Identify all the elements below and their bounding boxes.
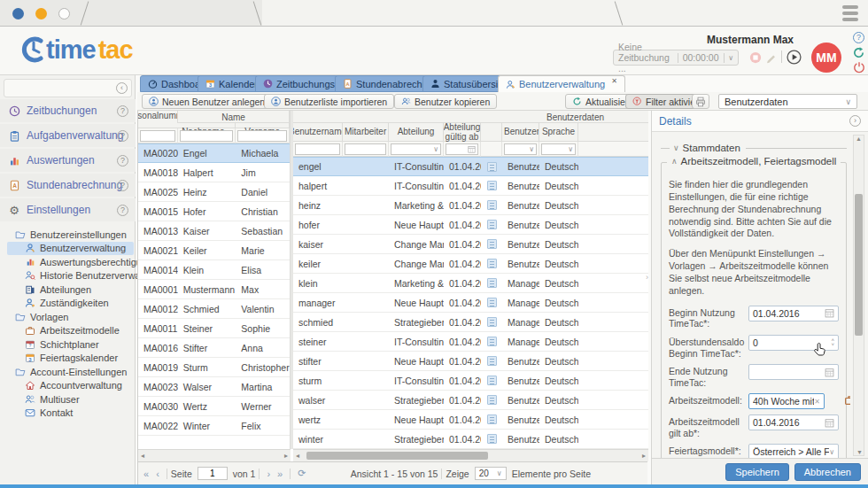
save-button[interactable]: Speichern xyxy=(725,463,789,481)
tree-item-zustaendigkeiten[interactable]: Zuständigkeiten xyxy=(0,297,136,311)
scrollbar-thumb[interactable] xyxy=(306,452,488,460)
calendar-detail-icon[interactable] xyxy=(487,337,497,346)
scrollbar-thumb[interactable] xyxy=(855,194,863,336)
table-row[interactable]: sturmIT-Consulting01.04.2016BenutzerDeut… xyxy=(293,371,648,391)
hscrollbar-right[interactable]: ◂▸ xyxy=(293,449,648,461)
tree-item-auswertungsberechtigungen[interactable]: Auswertungsberechtigungen xyxy=(0,255,136,269)
calendar-detail-icon[interactable] xyxy=(487,220,497,229)
scroll-left-icon[interactable]: ◂ xyxy=(141,452,144,460)
sidebar-item-stundenabrechnung[interactable]: A Stundenabrechnung ? xyxy=(0,174,136,197)
scroll-left-icon[interactable]: ◂ xyxy=(296,452,299,460)
calendar-detail-icon[interactable] xyxy=(487,414,497,424)
table-row[interactable]: MA0013KaiserSebastian xyxy=(138,221,290,241)
help-icon[interactable]: ? xyxy=(117,205,128,216)
cancel-button[interactable]: Abbrechen xyxy=(794,463,861,481)
col-header-abteilung-gueltig-ab[interactable]: Abteilung gültig ab xyxy=(444,123,481,142)
clear-icon[interactable]: ✕ xyxy=(814,398,820,406)
arbeitszeitmodell-gilt-ab-input[interactable]: 01.04.2016 xyxy=(748,414,839,430)
table-row[interactable]: kaiserChange Management01.04.2016Benutze… xyxy=(293,235,648,254)
table-row[interactable]: MA0012SchmiedValentin xyxy=(138,299,290,319)
section-arbeitszeitmodell[interactable]: ∧ Arbeitszeitmodell, Feiertagsmodell xyxy=(667,156,841,167)
calendar-detail-icon[interactable] xyxy=(487,278,497,288)
table-row[interactable]: wertzNeue Hauptabteilung01.04.2016Benutz… xyxy=(293,410,648,430)
col-header-abteilung[interactable]: Abteilung xyxy=(389,123,444,142)
table-row[interactable]: MA0019SturmChristopher xyxy=(138,358,290,377)
page-size-select[interactable]: 20∨ xyxy=(475,467,507,480)
collapse-arrow-icon[interactable]: ‹ xyxy=(116,82,128,94)
tab-benutzerverwaltung[interactable]: Benutzerverwaltung ✕ xyxy=(498,75,625,93)
table-row[interactable]: MA0020EngelMichaela xyxy=(138,143,290,163)
filter-sprache-select[interactable]: ∨ xyxy=(541,143,576,155)
table-row[interactable]: keilerChange Management01.04.2016Benutze… xyxy=(293,254,648,274)
view-dropdown[interactable]: Benutzerdaten ∨ xyxy=(718,94,857,109)
calendar-detail-icon[interactable] xyxy=(487,259,497,268)
scroll-down-icon[interactable]: ▼ xyxy=(856,449,863,455)
calendar-detail-icon[interactable] xyxy=(487,395,497,405)
table-row[interactable]: MA0021KeilerMarie xyxy=(138,241,290,260)
tree-item-kontakt[interactable]: Kontakt xyxy=(0,407,136,421)
close-icon[interactable]: ✕ xyxy=(611,77,617,85)
filter-benutzername-input[interactable] xyxy=(295,143,340,155)
calendar-detail-icon[interactable] xyxy=(487,181,497,190)
help-icon[interactable]: ? xyxy=(117,105,128,117)
table-row[interactable]: MA0023WalserMartina xyxy=(138,377,290,397)
tree-item-benutzerverwaltung[interactable]: Benutzerverwaltung xyxy=(7,242,134,256)
help-icon[interactable]: ? xyxy=(117,180,128,191)
tree-item-benutzereinstellungen[interactable]: Benutzereinstellungen xyxy=(0,228,136,242)
table-row[interactable]: MA0016StifterAnna xyxy=(138,338,290,358)
tree-item-historie-benutzerverwaltung[interactable]: Historie Benutzerverwaltung xyxy=(0,269,136,283)
table-row[interactable]: winterStrategieberatung01.04.2016Benutze… xyxy=(293,430,648,449)
calendar-detail-icon[interactable] xyxy=(487,434,497,444)
scroll-right-icon[interactable]: ▸ xyxy=(642,452,646,460)
window-button-blue[interactable] xyxy=(12,8,24,19)
table-row[interactable]: MA0014KleinElisa xyxy=(138,260,290,280)
table-row[interactable]: MA0022WinterFelix xyxy=(138,416,290,436)
sidebar-splitter-handle[interactable]: ‹ xyxy=(133,273,136,282)
scroll-up-icon[interactable]: ▲ xyxy=(856,136,862,142)
col-header-sprache[interactable]: Sprache xyxy=(539,123,578,142)
sidebar-item-zeitbuchungen[interactable]: Zeitbuchungen ? xyxy=(0,99,136,122)
table-row[interactable]: schmiedStrategieberatung01.04.2016Manage… xyxy=(293,313,648,332)
hscrollbar-left[interactable]: ◂▸ xyxy=(138,449,291,461)
refresh-icon[interactable] xyxy=(852,46,865,59)
table-row[interactable]: MA0015HoferChristian xyxy=(138,202,290,221)
new-user-button[interactable]: Neuen Benutzer anlegen xyxy=(142,94,272,109)
table-row[interactable]: engelIT-Consulting01.04.2016BenutzerDeut… xyxy=(293,157,648,176)
calendar-detail-icon[interactable] xyxy=(487,298,497,307)
table-row[interactable]: MA0030WertzWerner xyxy=(138,397,290,416)
sidebar-item-einstellungen[interactable]: ⚙ Einstellungen ? xyxy=(0,198,136,221)
tree-item-accountverwaltung[interactable]: Accountverwaltung xyxy=(0,379,136,393)
scroll-right-icon[interactable]: ▸ xyxy=(284,452,288,460)
menu-icon[interactable] xyxy=(842,5,858,24)
calendar-icon[interactable] xyxy=(825,368,834,377)
calendar-detail-icon[interactable] xyxy=(487,376,497,385)
help-icon[interactable]: ? xyxy=(853,32,864,43)
sidebar-collapse-bar[interactable]: ‹ xyxy=(4,79,132,97)
feiertagsmodell-select[interactable]: Österreich > Alle Feie ∨ xyxy=(748,444,839,458)
reload-icon[interactable]: ⟳ xyxy=(298,468,306,479)
chevron-down-icon[interactable]: ∨ xyxy=(728,54,733,62)
table-row[interactable]: MA0001MustermannMax xyxy=(138,280,290,299)
help-icon[interactable]: ? xyxy=(117,155,128,167)
tree-item-schichtplaner[interactable]: ? Schichtplaner xyxy=(0,337,136,352)
sidebar-item-auswertungen[interactable]: Auswertungen ? xyxy=(0,149,136,172)
calendar-detail-icon[interactable] xyxy=(487,356,497,366)
table-row[interactable]: halpertIT-Consulting01.04.2016BenutzerDe… xyxy=(293,176,648,196)
prev-page-icon[interactable]: ‹ xyxy=(156,469,159,479)
filter-vorname-input[interactable] xyxy=(237,130,287,142)
filter-personalnummer-input[interactable] xyxy=(140,130,175,142)
edit-booking-icon[interactable] xyxy=(765,51,778,64)
table-row[interactable]: MA0018HalpertJim xyxy=(138,163,290,182)
table-row[interactable]: managerNeue Hauptabteilung01.04.2016Mana… xyxy=(293,293,648,313)
number-spinner[interactable]: ˄˅ xyxy=(831,338,834,347)
tree-item-abteilungen[interactable]: Abteilungen xyxy=(0,283,136,297)
avatar[interactable]: MM xyxy=(811,43,841,73)
table-row[interactable]: MA0025HeinzDaniel xyxy=(138,182,290,202)
tree-item-arbeitszeitmodelle[interactable]: Arbeitszeitmodelle xyxy=(0,324,136,338)
calendar-detail-icon[interactable] xyxy=(487,162,497,172)
filter-benutzergruppe-select[interactable]: ∨ xyxy=(504,143,537,155)
calendar-detail-icon[interactable] xyxy=(487,200,497,210)
section-stammdaten[interactable]: ∨ Stammdaten xyxy=(661,143,847,153)
help-icon[interactable]: ? xyxy=(117,130,128,142)
filter-abteilung-select[interactable]: ∨ xyxy=(391,143,441,155)
